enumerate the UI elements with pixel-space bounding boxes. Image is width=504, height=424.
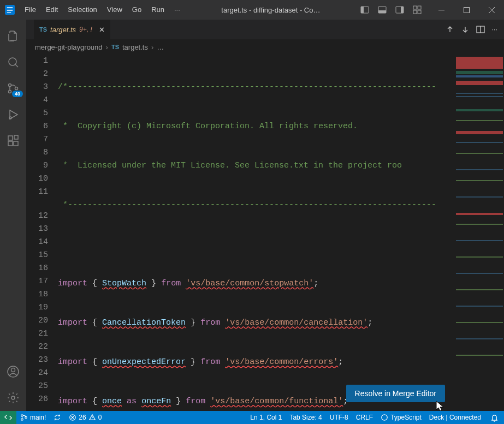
svg-rect-12	[464, 7, 469, 13]
svg-rect-4	[378, 10, 386, 13]
tab-label: target.ts	[50, 26, 76, 34]
menu-bar: File Edit Selection View Go Run ···	[20, 0, 185, 20]
svg-rect-21	[14, 135, 18, 139]
svg-point-24	[11, 396, 15, 399]
svg-rect-2	[361, 7, 364, 13]
svg-rect-9	[413, 10, 417, 14]
svg-rect-6	[401, 7, 404, 13]
svg-point-16	[15, 87, 18, 90]
svg-point-15	[9, 91, 11, 93]
editor-area: TS target.ts 9+, ! ✕ ··· merge-git-playg…	[26, 20, 504, 411]
remote-indicator[interactable]	[0, 411, 16, 424]
resolve-in-merge-editor-button[interactable]: Resolve in Merge Editor	[346, 385, 445, 402]
deck-status[interactable]: Deck | Connected	[425, 411, 485, 424]
status-bar: main! 26 0 Ln 1, Col 1 Tab Size: 4 UTF-8…	[0, 411, 504, 424]
accounts-icon[interactable]	[0, 359, 26, 385]
svg-point-30	[382, 415, 388, 421]
minimap[interactable]	[455, 55, 504, 411]
typescript-icon: TS	[111, 44, 119, 50]
svg-point-13	[9, 58, 16, 65]
window-controls	[429, 0, 504, 20]
more-actions-icon[interactable]: ···	[491, 25, 497, 34]
settings-gear-icon[interactable]	[0, 385, 26, 411]
next-change-icon[interactable]	[461, 25, 470, 34]
svg-point-17	[9, 117, 11, 119]
scm-badge: 40	[12, 91, 23, 97]
typescript-icon: TS	[39, 26, 47, 33]
sync-indicator[interactable]	[50, 411, 65, 424]
menu-go[interactable]: Go	[127, 0, 146, 20]
svg-rect-10	[418, 10, 421, 14]
chevron-right-icon: ›	[151, 43, 153, 51]
run-debug-icon[interactable]	[0, 101, 26, 128]
menu-run[interactable]: Run	[146, 0, 169, 20]
tab-close-icon[interactable]: ✕	[99, 26, 105, 34]
svg-rect-19	[8, 141, 13, 146]
language-mode[interactable]: TypeScript	[377, 411, 425, 424]
breadcrumb-folder[interactable]: merge-git-playground	[35, 43, 103, 51]
tabs-bar: TS target.ts 9+, ! ✕ ···	[26, 20, 504, 39]
customize-layout-icon[interactable]	[409, 0, 425, 20]
window-title: target.ts - diffing-dataset - Co…	[185, 6, 357, 14]
notifications-icon[interactable]	[485, 411, 504, 424]
menu-selection[interactable]: Selection	[63, 0, 102, 20]
layout-controls	[357, 0, 429, 20]
line-number-gutter: 1 2 3 4 5 6 7 8 9 10 11 12 13 14 15 16 1…	[26, 55, 58, 411]
app-icon	[0, 0, 20, 20]
toggle-primary-sidebar-icon[interactable]	[357, 0, 373, 20]
editor-content[interactable]: 1 2 3 4 5 6 7 8 9 10 11 12 13 14 15 16 1…	[26, 55, 504, 411]
menu-edit[interactable]: Edit	[41, 0, 63, 20]
minimize-button[interactable]	[429, 0, 454, 20]
svg-point-26	[21, 415, 23, 417]
maximize-button[interactable]	[454, 0, 479, 20]
svg-rect-20	[14, 141, 18, 146]
breadcrumb-tail[interactable]: …	[157, 43, 164, 51]
branch-indicator[interactable]: main!	[16, 411, 50, 424]
extensions-icon[interactable]	[0, 128, 26, 154]
toggle-panel-icon[interactable]	[374, 0, 390, 20]
eol-indicator[interactable]: CRLF	[352, 411, 377, 424]
source-control-icon[interactable]: 40	[0, 75, 26, 101]
svg-rect-11	[438, 10, 444, 10]
svg-rect-0	[5, 5, 15, 15]
svg-rect-18	[8, 136, 13, 140]
explorer-icon[interactable]	[0, 23, 26, 49]
code-body[interactable]: /*--------------------------------------…	[58, 55, 455, 411]
chevron-right-icon: ›	[106, 43, 108, 51]
breadcrumbs[interactable]: merge-git-playground › TS target.ts › …	[26, 39, 504, 55]
svg-point-14	[9, 84, 11, 87]
indentation-indicator[interactable]: Tab Size: 4	[286, 411, 325, 424]
close-button[interactable]	[479, 0, 504, 20]
svg-point-27	[21, 419, 23, 421]
cursor-position[interactable]: Ln 1, Col 1	[246, 411, 286, 424]
tab-target-ts[interactable]: TS target.ts 9+, ! ✕	[34, 20, 111, 39]
svg-point-23	[11, 368, 15, 372]
problems-indicator[interactable]: 26 0	[65, 411, 105, 424]
svg-rect-8	[418, 6, 421, 9]
title-bar: File Edit Selection View Go Run ··· targ…	[0, 0, 504, 20]
encoding-indicator[interactable]: UTF-8	[326, 411, 352, 424]
breadcrumb-file[interactable]: target.ts	[122, 43, 148, 51]
svg-rect-7	[413, 6, 417, 9]
activity-bar: 40	[0, 20, 26, 411]
menu-file[interactable]: File	[20, 0, 41, 20]
toggle-secondary-sidebar-icon[interactable]	[392, 0, 408, 20]
search-icon[interactable]	[0, 49, 26, 75]
split-editor-icon[interactable]	[476, 25, 485, 34]
previous-change-icon[interactable]	[446, 25, 454, 34]
tab-git-status: 9+, !	[79, 26, 92, 33]
menu-view[interactable]: View	[102, 0, 127, 20]
menu-overflow[interactable]: ···	[169, 0, 185, 20]
